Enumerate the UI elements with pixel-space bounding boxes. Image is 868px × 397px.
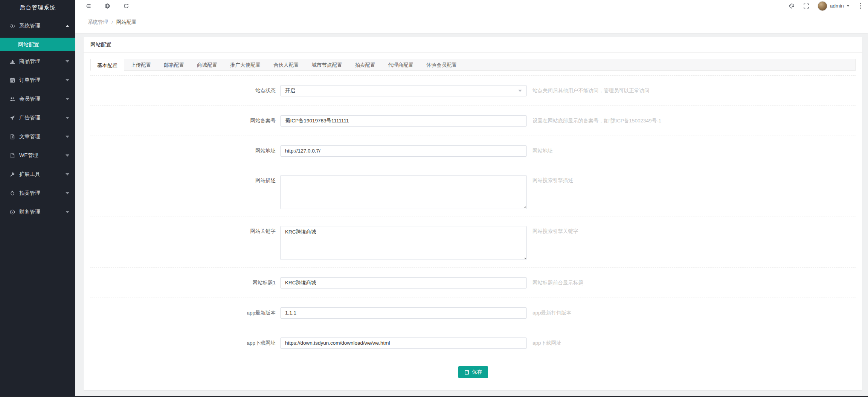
sidebar-item-finance[interactable]: ¥ 财务管理 [0, 203, 75, 221]
theme-button[interactable] [789, 3, 795, 9]
site-keywords-textarea[interactable]: KRC跨境商城 [280, 226, 527, 260]
chevron-down-icon [66, 173, 69, 176]
avatar [818, 1, 827, 11]
field-app-version: app最新版本 app最新打包版本 [90, 298, 856, 328]
save-button-label: 保存 [472, 369, 482, 376]
sidebar-item-label: 系统管理 [19, 23, 66, 29]
tab-agent-config[interactable]: 代理商配置 [382, 59, 420, 70]
tab-promoter-config[interactable]: 推广大使配置 [224, 59, 267, 70]
chevron-down-icon [66, 98, 69, 100]
language-globe-button[interactable] [104, 3, 110, 9]
site-status-select[interactable]: 开启 [280, 85, 527, 96]
tab-auction-config[interactable]: 拍卖配置 [349, 59, 382, 70]
breadcrumb-item-current: 网站配置 [116, 19, 137, 26]
tab-email-config[interactable]: 邮箱配置 [157, 59, 191, 70]
chevron-down-icon [66, 154, 69, 157]
sidebar-item-orders[interactable]: 订单管理 [0, 71, 75, 90]
field-site-url: 网站地址 网站地址 [90, 136, 856, 166]
save-button[interactable]: 保存 [458, 366, 488, 378]
users-icon [9, 96, 16, 102]
chevron-down-icon [66, 117, 69, 119]
app-version-input[interactable] [280, 307, 527, 319]
sidebar-item-members[interactable]: 会员管理 [0, 90, 75, 108]
chevron-down-icon [66, 211, 69, 213]
app-download-url-input[interactable] [280, 337, 527, 349]
sidebar-item-we[interactable]: WE管理 [0, 146, 75, 165]
globe-icon [104, 3, 110, 9]
chevron-down-icon [66, 136, 69, 138]
sidebar-item-ads[interactable]: 广告管理 [0, 108, 75, 127]
refresh-button[interactable] [123, 3, 129, 9]
form-actions: 保存 [90, 358, 856, 388]
breadcrumb: 系统管理 / 网站配置 [75, 12, 868, 33]
field-site-description: 网站描述 网站搜索引擎描述 [90, 166, 856, 217]
user-menu[interactable]: admin [818, 1, 850, 11]
field-icp-number: 网站备案号 设置在网站底部显示的备案号，如“陇ICP备15002349号-1 [90, 105, 856, 136]
selected-option: 开启 [285, 87, 295, 94]
sidebar-item-tools[interactable]: 扩展工具 [0, 165, 75, 184]
toolbar: admin [75, 0, 868, 12]
site-url-input[interactable] [280, 145, 527, 157]
sidebar-item-articles[interactable]: 文章管理 [0, 127, 75, 146]
sidebar-item-label: 会员管理 [19, 96, 66, 102]
chevron-down-icon [66, 60, 69, 63]
site-title-input[interactable] [280, 277, 527, 289]
sidebar-item-system[interactable]: 系统管理 [0, 17, 75, 35]
sidebar-item-auction[interactable]: 拍卖管理 [0, 184, 75, 203]
sidebar: 后台管理系统 系统管理 网站配置 商品管理 订单管理 [0, 0, 75, 397]
card-title: 网站配置 [84, 37, 862, 53]
bar-chart-icon [9, 58, 16, 64]
wrench-icon [9, 171, 16, 177]
tab-upload-config[interactable]: 上传配置 [124, 59, 157, 70]
main-content: 网站配置 基本配置 上传配置 邮箱配置 商城配置 推广大使配置 合伙人配置 城市… [75, 34, 868, 397]
config-tabs: 基本配置 上传配置 邮箱配置 商城配置 推广大使配置 合伙人配置 城市节点配置 … [90, 59, 856, 71]
collapse-menu-icon [85, 3, 92, 9]
sidebar-item-label: 商品管理 [19, 58, 66, 65]
tab-city-node-config[interactable]: 城市节点配置 [305, 59, 349, 70]
more-options-button[interactable] [858, 2, 863, 10]
sidebar-menu: 系统管理 网站配置 商品管理 订单管理 会员管理 [0, 15, 75, 221]
icp-number-input[interactable] [280, 115, 527, 127]
site-description-textarea[interactable] [280, 175, 527, 209]
field-hint: 站点关闭后其他用户不能访问，管理员可以正常访问 [532, 85, 650, 96]
site-config-card: 网站配置 基本配置 上传配置 邮箱配置 商城配置 推广大使配置 合伙人配置 城市… [84, 37, 862, 390]
tab-trial-member-config[interactable]: 体验会员配置 [420, 59, 463, 70]
tab-mall-config[interactable]: 商城配置 [191, 59, 224, 70]
svg-text:¥: ¥ [12, 211, 14, 214]
fullscreen-button[interactable] [803, 3, 809, 9]
field-hint: 网站标题前台显示标题 [532, 277, 583, 289]
sidebar-item-label: 订单管理 [19, 77, 66, 84]
field-label: app下载网址 [90, 337, 276, 349]
field-hint: 设置在网站底部显示的备案号，如“陇ICP备15002349号-1 [532, 115, 661, 127]
field-hint: 网站搜索引擎描述 [532, 177, 573, 184]
save-icon [464, 370, 470, 375]
palette-icon [789, 3, 795, 9]
sidebar-item-label: 财务管理 [19, 209, 66, 215]
sidebar-item-site-config[interactable]: 网站配置 [0, 38, 75, 51]
sidebar-item-goods[interactable]: 商品管理 [0, 52, 75, 71]
tab-partner-config[interactable]: 合伙人配置 [267, 59, 305, 70]
sidebar-item-label: 文章管理 [19, 133, 66, 140]
field-label: 网站关键字 [90, 228, 276, 235]
field-label: 网站标题1 [90, 277, 276, 289]
tab-basic-config[interactable]: 基本配置 [90, 59, 124, 71]
gear-icon [9, 23, 16, 29]
chevron-down-icon [847, 5, 850, 7]
field-hint: 网站搜索引擎关键字 [532, 228, 578, 235]
header: admin 系统管理 / 网站配置 [75, 0, 868, 33]
breadcrumb-separator: / [111, 20, 113, 25]
field-site-keywords: 网站关键字 KRC跨境商城 网站搜索引擎关键字 [90, 217, 856, 267]
document-icon [9, 153, 16, 159]
sidebar-item-label: WE管理 [19, 152, 66, 159]
paper-plane-icon [9, 115, 16, 121]
calendar-icon [9, 77, 16, 83]
field-site-title: 网站标题1 网站标题前台显示标题 [90, 267, 856, 298]
field-site-status: 站点状态 开启 站点关闭后其他用户不能访问，管理员可以正常访问 [90, 75, 856, 105]
username: admin [830, 3, 844, 9]
sidebar-item-label: 拍卖管理 [19, 190, 66, 197]
app-title: 后台管理系统 [0, 0, 75, 15]
refresh-icon [123, 3, 129, 9]
field-app-download-url: app下载网址 app下载网址 [90, 328, 856, 358]
breadcrumb-item[interactable]: 系统管理 [88, 19, 108, 26]
collapse-menu-button[interactable] [85, 3, 92, 9]
